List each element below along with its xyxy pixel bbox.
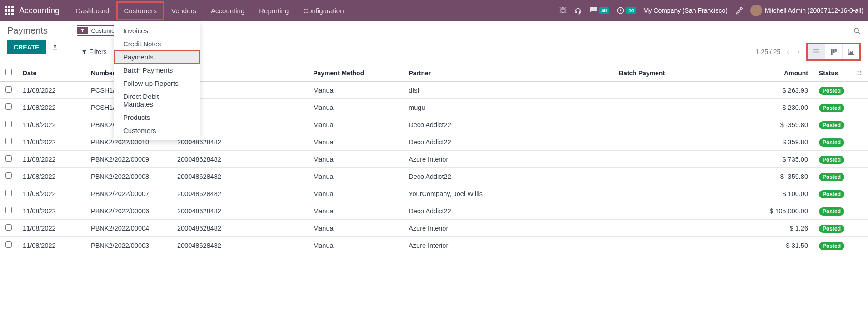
- company-selector[interactable]: My Company (San Francisco): [644, 7, 728, 14]
- cell-number: PBNK2/2022/00004: [85, 220, 172, 237]
- nav-item-reporting[interactable]: Reporting: [252, 1, 296, 20]
- table-row[interactable]: 11/08/2022PBNK2/2022/00007200048628482Ma…: [0, 185, 868, 202]
- dropdown-item-batch-payments[interactable]: Batch Payments: [114, 64, 200, 77]
- cell-partner: Deco Addict22: [403, 133, 614, 151]
- pager-text[interactable]: 1-25 / 25: [755, 48, 780, 55]
- dropdown-item-customers[interactable]: Customers: [114, 124, 200, 137]
- row-checkbox[interactable]: [5, 207, 12, 213]
- svg-point-1: [854, 28, 858, 32]
- col-method[interactable]: Payment Method: [308, 64, 403, 82]
- nav-item-configuration[interactable]: Configuration: [296, 1, 351, 20]
- cell-status: Posted: [813, 133, 850, 151]
- cell-number: PBNK2/2022/00007: [85, 185, 172, 202]
- dropdown-item-direct-debit-mandates[interactable]: Direct Debit Mandates: [114, 90, 200, 111]
- cell-method: Manual: [308, 151, 403, 168]
- cell-partner: dfsf: [403, 82, 614, 99]
- top-navbar: Accounting DashboardCustomersVendorsAcco…: [0, 0, 868, 21]
- cell-date: 11/08/2022: [17, 99, 85, 116]
- dropdown-item-payments[interactable]: Payments: [114, 50, 200, 64]
- dropdown-item-follow-up-reports[interactable]: Follow-up Reports: [114, 77, 200, 90]
- cell-date: 11/08/2022: [17, 116, 85, 133]
- search-icon[interactable]: [853, 27, 861, 34]
- tools-icon[interactable]: [735, 6, 743, 15]
- cell-amount: $ 31.50: [754, 237, 813, 254]
- customers-dropdown: InvoicesCredit NotesPaymentsBatch Paymen…: [114, 21, 200, 140]
- activity-icon[interactable]: 44: [616, 6, 636, 15]
- pager-prev-icon[interactable]: ‹: [785, 48, 791, 56]
- kanban-view-button[interactable]: [825, 44, 842, 59]
- status-badge: Posted: [819, 173, 844, 181]
- row-checkbox[interactable]: [5, 155, 12, 162]
- cell-amount: $ 735.00: [754, 151, 813, 168]
- messaging-icon[interactable]: 50: [589, 6, 609, 15]
- main-menu: DashboardCustomersVendorsAccountingRepor…: [69, 1, 351, 20]
- cell-date: 11/08/2022: [17, 220, 85, 237]
- cell-amount: $ 263.93: [754, 82, 813, 99]
- cell-number: PBNK2/2022/00009: [85, 151, 172, 168]
- nav-item-vendors[interactable]: Vendors: [164, 1, 204, 20]
- cell-batch: [614, 168, 754, 185]
- search-input[interactable]: [165, 27, 853, 34]
- cell-batch: [614, 202, 754, 220]
- cell-method: Manual: [308, 185, 403, 202]
- cell-journal: 200048628482: [172, 185, 308, 202]
- cell-partner: Deco Addict22: [403, 202, 614, 220]
- page-title: Payments: [7, 25, 59, 36]
- table-row[interactable]: 11/08/2022PBNK2/2022/00004200048628482Ma…: [0, 220, 868, 237]
- upload-icon[interactable]: [51, 44, 59, 51]
- row-checkbox[interactable]: [5, 121, 12, 127]
- select-all-checkbox[interactable]: [5, 69, 12, 75]
- row-checkbox[interactable]: [5, 190, 12, 196]
- row-checkbox[interactable]: [5, 172, 12, 179]
- col-batch[interactable]: Batch Payment: [614, 64, 754, 82]
- status-badge: Posted: [819, 190, 844, 198]
- cell-date: 11/08/2022: [17, 237, 85, 254]
- cell-method: Manual: [308, 99, 403, 116]
- cell-amount: $ 230.00: [754, 99, 813, 116]
- dropdown-item-products[interactable]: Products: [114, 111, 200, 124]
- cell-partner: Azure Interior: [403, 151, 614, 168]
- filters-label: Filters: [90, 48, 107, 55]
- cell-method: Manual: [308, 220, 403, 237]
- col-date[interactable]: Date: [17, 64, 85, 82]
- row-checkbox[interactable]: [5, 224, 12, 231]
- support-icon[interactable]: [574, 6, 582, 15]
- cell-partner: Deco Addict22: [403, 116, 614, 133]
- cell-partner: YourCompany, Joel Willis: [403, 185, 614, 202]
- app-title[interactable]: Accounting: [19, 6, 60, 15]
- nav-item-dashboard[interactable]: Dashboard: [69, 1, 116, 20]
- cell-date: 11/08/2022: [17, 82, 85, 99]
- messaging-badge: 50: [599, 7, 609, 14]
- table-row[interactable]: 11/08/2022PBNK2/2022/00009200048628482Ma…: [0, 151, 868, 168]
- cell-batch: [614, 116, 754, 133]
- row-checkbox[interactable]: [5, 241, 12, 248]
- col-partner[interactable]: Partner: [403, 64, 614, 82]
- bug-icon[interactable]: [559, 7, 567, 14]
- dropdown-item-credit-notes[interactable]: Credit Notes: [114, 37, 200, 50]
- nav-item-accounting[interactable]: Accounting: [204, 1, 252, 20]
- user-menu[interactable]: Mitchell Admin (20867112-16-0-all): [750, 5, 863, 16]
- col-amount[interactable]: Amount: [754, 64, 813, 82]
- cell-batch: [614, 220, 754, 237]
- row-checkbox[interactable]: [5, 138, 12, 144]
- row-checkbox[interactable]: [5, 86, 12, 93]
- create-button[interactable]: CREATE: [7, 40, 46, 54]
- col-status[interactable]: Status: [813, 64, 850, 82]
- cell-journal: 200048628482: [172, 220, 308, 237]
- pager-next-icon[interactable]: ›: [796, 48, 802, 56]
- filters-button[interactable]: Filters: [81, 48, 107, 55]
- status-badge: Posted: [819, 156, 844, 164]
- nav-item-customers[interactable]: Customers: [116, 1, 164, 20]
- graph-view-button[interactable]: [842, 44, 859, 59]
- cell-partner: Deco Addict22: [403, 168, 614, 185]
- optional-columns-icon[interactable]: [855, 69, 863, 77]
- table-row[interactable]: 11/08/2022PBNK2/2022/00003200048628482Ma…: [0, 237, 868, 254]
- apps-menu-icon[interactable]: [5, 6, 14, 15]
- row-checkbox[interactable]: [5, 103, 12, 110]
- list-view-button[interactable]: [808, 44, 825, 59]
- cell-amount: $ 100.00: [754, 185, 813, 202]
- table-row[interactable]: 11/08/2022PBNK2/2022/00006200048628482Ma…: [0, 202, 868, 220]
- table-row[interactable]: 11/08/2022PBNK2/2022/00008200048628482Ma…: [0, 168, 868, 185]
- cell-method: Manual: [308, 168, 403, 185]
- dropdown-item-invoices[interactable]: Invoices: [114, 24, 200, 37]
